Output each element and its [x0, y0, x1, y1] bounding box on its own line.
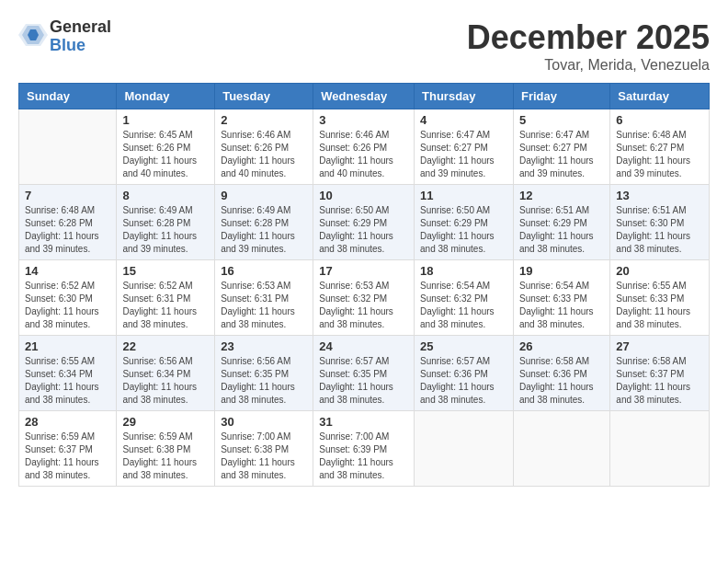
calendar-cell: 7Sunrise: 6:48 AMSunset: 6:28 PMDaylight… — [19, 185, 117, 260]
page-header: General Blue December 2025 Tovar, Merida… — [18, 18, 710, 74]
day-info: Sunrise: 6:55 AMSunset: 6:34 PMDaylight:… — [25, 355, 110, 407]
calendar-cell: 13Sunrise: 6:51 AMSunset: 6:30 PMDayligh… — [610, 185, 710, 260]
day-number: 15 — [122, 264, 209, 278]
day-number: 13 — [616, 189, 703, 202]
calendar-cell: 24Sunrise: 6:57 AMSunset: 6:35 PMDayligh… — [313, 336, 415, 411]
day-number: 10 — [319, 189, 408, 202]
logo: General Blue — [18, 18, 111, 55]
logo-general: General — [50, 18, 111, 37]
day-info: Sunrise: 6:58 AMSunset: 6:37 PMDaylight:… — [616, 355, 703, 407]
day-info: Sunrise: 6:47 AMSunset: 6:27 PMDaylight:… — [519, 129, 604, 180]
calendar-cell: 30Sunrise: 7:00 AMSunset: 6:38 PMDayligh… — [215, 411, 313, 487]
calendar-cell: 25Sunrise: 6:57 AMSunset: 6:36 PMDayligh… — [415, 336, 514, 411]
calendar-cell: 14Sunrise: 6:52 AMSunset: 6:30 PMDayligh… — [19, 260, 117, 336]
calendar-cell: 27Sunrise: 6:58 AMSunset: 6:37 PMDayligh… — [610, 336, 710, 411]
calendar-week-row: 1Sunrise: 6:45 AMSunset: 6:26 PMDaylight… — [19, 109, 710, 185]
calendar-cell: 6Sunrise: 6:48 AMSunset: 6:27 PMDaylight… — [610, 109, 710, 185]
calendar-header-row: SundayMondayTuesdayWednesdayThursdayFrid… — [19, 84, 710, 109]
calendar-cell: 23Sunrise: 6:56 AMSunset: 6:35 PMDayligh… — [215, 336, 313, 411]
day-number: 2 — [221, 113, 307, 127]
calendar-cell: 28Sunrise: 6:59 AMSunset: 6:37 PMDayligh… — [19, 411, 117, 487]
day-number: 5 — [519, 113, 604, 127]
day-number: 19 — [519, 264, 604, 278]
day-info: Sunrise: 6:59 AMSunset: 6:38 PMDaylight:… — [122, 431, 209, 482]
calendar-cell — [610, 411, 710, 487]
calendar-cell: 12Sunrise: 6:51 AMSunset: 6:29 PMDayligh… — [513, 185, 609, 260]
day-number: 30 — [221, 415, 307, 429]
calendar-cell: 31Sunrise: 7:00 AMSunset: 6:39 PMDayligh… — [313, 411, 415, 487]
calendar-cell: 26Sunrise: 6:58 AMSunset: 6:36 PMDayligh… — [513, 336, 609, 411]
day-number: 14 — [25, 264, 110, 278]
calendar-week-row: 21Sunrise: 6:55 AMSunset: 6:34 PMDayligh… — [19, 336, 710, 411]
day-number: 12 — [519, 189, 604, 202]
day-number: 28 — [25, 415, 110, 429]
day-info: Sunrise: 6:51 AMSunset: 6:30 PMDaylight:… — [616, 204, 703, 256]
day-info: Sunrise: 6:54 AMSunset: 6:33 PMDaylight:… — [519, 280, 604, 331]
logo-blue: Blue — [50, 37, 111, 55]
day-info: Sunrise: 6:49 AMSunset: 6:28 PMDaylight:… — [221, 204, 307, 256]
day-number: 20 — [616, 264, 703, 278]
day-number: 16 — [221, 264, 307, 278]
logo-text: General Blue — [50, 18, 111, 55]
calendar-cell — [415, 411, 514, 487]
calendar-week-row: 28Sunrise: 6:59 AMSunset: 6:37 PMDayligh… — [19, 411, 710, 487]
day-number: 18 — [420, 264, 507, 278]
day-number: 11 — [420, 189, 507, 202]
calendar-cell: 11Sunrise: 6:50 AMSunset: 6:29 PMDayligh… — [415, 185, 514, 260]
day-info: Sunrise: 6:53 AMSunset: 6:32 PMDaylight:… — [319, 280, 408, 331]
calendar-cell: 3Sunrise: 6:46 AMSunset: 6:26 PMDaylight… — [313, 109, 415, 185]
day-number: 29 — [122, 415, 209, 429]
calendar-cell: 17Sunrise: 6:53 AMSunset: 6:32 PMDayligh… — [313, 260, 415, 336]
day-info: Sunrise: 6:46 AMSunset: 6:26 PMDaylight:… — [319, 129, 408, 180]
calendar-week-row: 14Sunrise: 6:52 AMSunset: 6:30 PMDayligh… — [19, 260, 710, 336]
day-info: Sunrise: 6:56 AMSunset: 6:35 PMDaylight:… — [221, 355, 307, 407]
day-info: Sunrise: 6:57 AMSunset: 6:35 PMDaylight:… — [319, 355, 408, 407]
calendar-cell: 29Sunrise: 6:59 AMSunset: 6:38 PMDayligh… — [117, 411, 215, 487]
calendar-cell: 15Sunrise: 6:52 AMSunset: 6:31 PMDayligh… — [117, 260, 215, 336]
day-number: 25 — [420, 339, 507, 353]
calendar-cell: 19Sunrise: 6:54 AMSunset: 6:33 PMDayligh… — [513, 260, 609, 336]
day-number: 17 — [319, 264, 408, 278]
day-number: 24 — [319, 339, 408, 353]
day-info: Sunrise: 6:46 AMSunset: 6:26 PMDaylight:… — [221, 129, 307, 180]
weekday-header: Sunday — [19, 84, 117, 109]
day-info: Sunrise: 6:52 AMSunset: 6:31 PMDaylight:… — [122, 280, 209, 331]
calendar-cell: 18Sunrise: 6:54 AMSunset: 6:32 PMDayligh… — [415, 260, 514, 336]
day-info: Sunrise: 6:56 AMSunset: 6:34 PMDaylight:… — [122, 355, 209, 407]
day-info: Sunrise: 6:52 AMSunset: 6:30 PMDaylight:… — [25, 280, 110, 331]
day-number: 22 — [122, 339, 209, 353]
location: Tovar, Merida, Venezuela — [467, 57, 710, 74]
calendar-cell: 10Sunrise: 6:50 AMSunset: 6:29 PMDayligh… — [313, 185, 415, 260]
day-number: 1 — [122, 113, 209, 127]
month-title: December 2025 — [467, 18, 710, 57]
logo-icon — [18, 22, 48, 52]
calendar-cell — [513, 411, 609, 487]
day-info: Sunrise: 6:59 AMSunset: 6:37 PMDaylight:… — [25, 431, 110, 482]
day-info: Sunrise: 6:51 AMSunset: 6:29 PMDaylight:… — [519, 204, 604, 256]
calendar-cell: 2Sunrise: 6:46 AMSunset: 6:26 PMDaylight… — [215, 109, 313, 185]
day-info: Sunrise: 7:00 AMSunset: 6:38 PMDaylight:… — [221, 431, 307, 482]
calendar-cell: 8Sunrise: 6:49 AMSunset: 6:28 PMDaylight… — [117, 185, 215, 260]
day-number: 26 — [519, 339, 604, 353]
day-info: Sunrise: 6:57 AMSunset: 6:36 PMDaylight:… — [420, 355, 507, 407]
day-number: 3 — [319, 113, 408, 127]
calendar-cell — [19, 109, 117, 185]
day-number: 4 — [420, 113, 507, 127]
weekday-header: Thursday — [415, 84, 514, 109]
calendar-cell: 9Sunrise: 6:49 AMSunset: 6:28 PMDaylight… — [215, 185, 313, 260]
day-info: Sunrise: 6:58 AMSunset: 6:36 PMDaylight:… — [519, 355, 604, 407]
title-section: December 2025 Tovar, Merida, Venezuela — [467, 18, 710, 74]
calendar-week-row: 7Sunrise: 6:48 AMSunset: 6:28 PMDaylight… — [19, 185, 710, 260]
weekday-header: Saturday — [610, 84, 710, 109]
day-info: Sunrise: 6:47 AMSunset: 6:27 PMDaylight:… — [420, 129, 507, 180]
day-info: Sunrise: 6:48 AMSunset: 6:27 PMDaylight:… — [616, 129, 703, 180]
weekday-header: Monday — [117, 84, 215, 109]
day-info: Sunrise: 7:00 AMSunset: 6:39 PMDaylight:… — [319, 431, 408, 482]
calendar-cell: 22Sunrise: 6:56 AMSunset: 6:34 PMDayligh… — [117, 336, 215, 411]
calendar-table: SundayMondayTuesdayWednesdayThursdayFrid… — [18, 83, 710, 487]
day-info: Sunrise: 6:50 AMSunset: 6:29 PMDaylight:… — [420, 204, 507, 256]
day-info: Sunrise: 6:55 AMSunset: 6:33 PMDaylight:… — [616, 280, 703, 331]
day-info: Sunrise: 6:48 AMSunset: 6:28 PMDaylight:… — [25, 204, 110, 256]
day-info: Sunrise: 6:54 AMSunset: 6:32 PMDaylight:… — [420, 280, 507, 331]
calendar-cell: 5Sunrise: 6:47 AMSunset: 6:27 PMDaylight… — [513, 109, 609, 185]
